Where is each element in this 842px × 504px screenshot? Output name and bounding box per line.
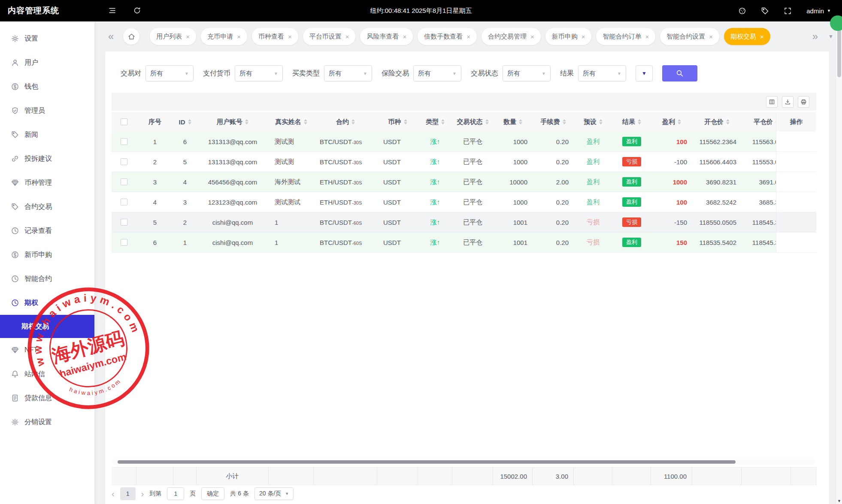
row-checkbox[interactable] — [121, 138, 127, 145]
close-tab-icon[interactable]: × — [709, 33, 713, 40]
filter-select[interactable]: 所有▼ — [235, 65, 283, 81]
close-tab-icon[interactable]: × — [237, 33, 241, 40]
sort-icon[interactable] — [304, 119, 307, 124]
select-all-header[interactable] — [112, 112, 136, 132]
sort-icon[interactable] — [485, 119, 489, 124]
close-tab-icon[interactable]: × — [582, 33, 585, 40]
tab-item[interactable]: 平台币设置× — [303, 28, 356, 45]
sidebar-item[interactable]: 贷款信息 — [0, 386, 94, 410]
column-header[interactable]: 手续费 — [533, 112, 574, 132]
columns-icon[interactable] — [766, 96, 778, 108]
sort-icon[interactable] — [678, 119, 681, 124]
print-icon[interactable] — [798, 96, 809, 108]
sidebar-item[interactable]: 币种管理 — [0, 171, 94, 195]
tab-item[interactable]: 币种查看× — [252, 28, 298, 45]
sidebar-item[interactable]: 期权 — [0, 291, 94, 315]
confirm-button[interactable]: 确定 — [201, 487, 224, 500]
sort-icon[interactable] — [563, 119, 566, 124]
sidebar-item[interactable]: 合约交易 — [0, 195, 94, 219]
column-header[interactable]: 合约 — [314, 112, 377, 132]
column-header[interactable]: 盈利 — [651, 112, 692, 132]
close-tab-icon[interactable]: × — [645, 33, 649, 40]
sort-icon[interactable] — [726, 119, 730, 124]
sidebar-item[interactable]: 记录查看 — [0, 219, 94, 243]
column-header[interactable]: 数量 — [493, 112, 533, 132]
close-tab-icon[interactable]: × — [466, 33, 470, 40]
filter-select[interactable]: 所有▼ — [145, 65, 194, 81]
sidebar-item[interactable]: 用户 — [0, 51, 94, 75]
close-tab-icon[interactable]: × — [530, 33, 534, 40]
refresh-icon[interactable] — [133, 6, 141, 15]
close-tab-icon[interactable]: × — [760, 33, 764, 40]
user-menu[interactable]: admin ▼ — [806, 7, 831, 15]
tab-item[interactable]: 风险率查看× — [360, 28, 413, 45]
row-checkbox[interactable] — [121, 178, 127, 185]
filter-select[interactable]: 所有▼ — [324, 65, 372, 81]
tab-item[interactable]: 合约交易管理× — [482, 28, 541, 45]
tab-item[interactable]: 倍数手数查看× — [418, 28, 477, 45]
column-header[interactable]: 用户账号 — [197, 112, 269, 132]
globe-icon[interactable] — [738, 7, 746, 15]
column-header[interactable]: ID — [173, 112, 197, 132]
sidebar-item[interactable]: 新币申购 — [0, 243, 94, 267]
column-header[interactable]: 预设 — [574, 112, 612, 132]
sort-icon[interactable] — [638, 119, 641, 124]
sort-icon[interactable] — [351, 119, 355, 124]
sidebar-item[interactable]: 新闻 — [0, 123, 94, 147]
select-all-checkbox[interactable] — [121, 118, 127, 125]
filter-select[interactable]: 所有▼ — [413, 65, 461, 81]
filter-select[interactable]: 所有▼ — [578, 65, 626, 81]
row-checkbox[interactable] — [121, 219, 127, 226]
tabs-scroll-right-icon[interactable]: » — [812, 31, 818, 42]
sort-icon[interactable] — [404, 119, 407, 124]
row-checkbox[interactable] — [121, 199, 127, 205]
sidebar-item[interactable]: 智能合约 — [0, 267, 94, 291]
column-header[interactable]: 结果 — [612, 112, 651, 132]
filter-select[interactable]: 所有▼ — [503, 65, 551, 81]
sidebar-item[interactable]: 投拆建议 — [0, 147, 94, 171]
column-header[interactable]: 真实姓名 — [269, 112, 314, 132]
sidebar-item[interactable]: 设置 — [0, 27, 94, 51]
menu-collapse-icon[interactable] — [108, 6, 116, 15]
jump-page-input[interactable] — [167, 487, 184, 500]
page-size-select[interactable]: 20 条/页 ▼ — [254, 487, 294, 500]
close-tab-icon[interactable]: × — [403, 33, 406, 40]
sort-icon[interactable] — [188, 119, 191, 124]
floating-button[interactable] — [830, 15, 842, 31]
sidebar-item[interactable]: 管理员 — [0, 99, 94, 123]
sidebar-item[interactable]: NFT — [0, 338, 94, 362]
home-tab-icon[interactable] — [123, 28, 139, 45]
page-number-button[interactable]: 1 — [120, 487, 136, 500]
tabs-scroll-left-icon[interactable]: « — [108, 31, 114, 42]
close-tab-icon[interactable]: × — [186, 33, 190, 40]
tabs-menu-icon[interactable]: ▼ — [828, 34, 833, 39]
filter-collapse-button[interactable]: ▼ — [636, 65, 653, 81]
row-checkbox[interactable] — [121, 158, 127, 165]
sidebar-item[interactable]: 分销设置 — [0, 410, 94, 434]
tab-item[interactable]: 智能合约订单× — [596, 28, 655, 45]
scroll-down-arrow-icon[interactable]: ▼ — [836, 499, 842, 503]
prev-page-button[interactable]: ‹ — [112, 489, 115, 498]
tag-icon[interactable] — [761, 7, 769, 15]
next-page-button[interactable]: › — [141, 489, 144, 498]
sidebar-subitem[interactable]: 期权交易 — [0, 315, 94, 338]
sidebar-item[interactable]: 站内信 — [0, 362, 94, 386]
export-icon[interactable] — [782, 96, 794, 108]
tab-active[interactable]: 期权交易× — [724, 28, 770, 45]
sort-icon[interactable] — [245, 119, 248, 124]
sidebar-item[interactable]: 钱包 — [0, 75, 94, 99]
column-header[interactable]: 类型 — [418, 112, 452, 132]
column-header[interactable]: 开仓价 — [692, 112, 742, 132]
close-tab-icon[interactable]: × — [288, 33, 292, 40]
column-header[interactable]: 交易状态 — [452, 112, 493, 132]
sort-icon[interactable] — [441, 119, 445, 124]
tab-item[interactable]: 智能合约设置× — [660, 28, 719, 45]
column-header[interactable]: 币种 — [377, 112, 418, 132]
fullscreen-icon[interactable] — [784, 7, 792, 15]
search-button[interactable] — [662, 65, 697, 81]
tab-item[interactable]: 用户列表× — [150, 28, 196, 45]
horizontal-scrollbar-thumb[interactable] — [118, 460, 736, 464]
tab-item[interactable]: 新币申购× — [545, 28, 592, 45]
vertical-scrollbar-thumb[interactable] — [837, 26, 841, 77]
row-checkbox[interactable] — [121, 239, 127, 246]
